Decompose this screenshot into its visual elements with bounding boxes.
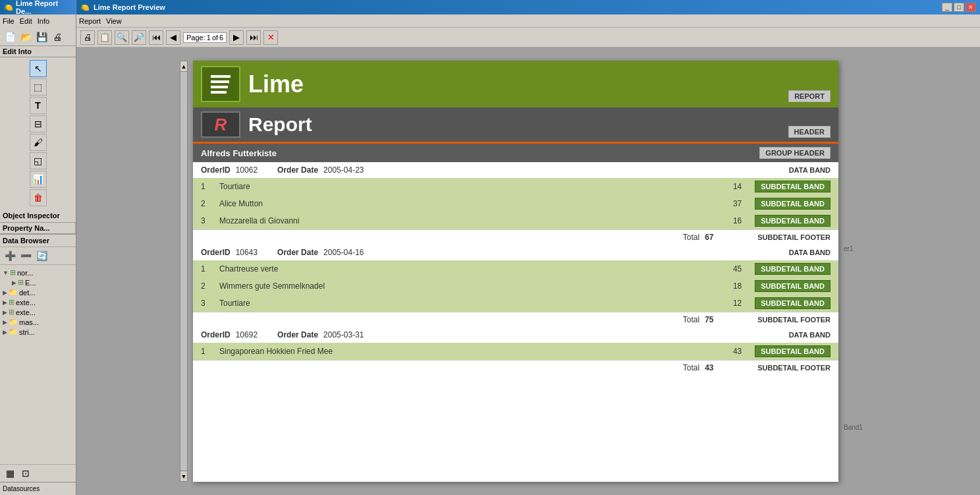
prev-page-btn[interactable]: ◀ xyxy=(166,30,180,45)
subdetail-band-label-0-2: SUBDETAIL BAND xyxy=(755,215,830,227)
preview-close-btn[interactable]: ✕ xyxy=(966,3,976,12)
subdetail-footer-1: Total 75 SUBDETAIL FOOTER xyxy=(193,312,838,327)
annotation-er1: er1 xyxy=(844,245,877,252)
left-bottom-toolbar: ▦ ⊡ xyxy=(0,464,76,482)
next-page-btn[interactable]: ▶ xyxy=(229,30,244,45)
preview-window-controls: _ □ ✕ xyxy=(942,3,976,12)
zoom-in-btn[interactable]: 🔎 xyxy=(132,30,146,45)
subdetail-qty-1-2: 12 xyxy=(702,299,742,308)
menu-file[interactable]: File xyxy=(3,17,14,25)
tree-item-6[interactable]: ▶ 📁 stri... xyxy=(3,327,73,337)
db-refresh-btn[interactable]: 🔄 xyxy=(34,248,49,263)
preview-toolbar: 🖨 📋 🔍 🔎 ⏮ ◀ Page: 1 of 6 ▶ ⏭ ✕ xyxy=(76,28,980,47)
save-button[interactable]: 💾 xyxy=(34,30,49,44)
scroll-up-btn[interactable]: ▲ xyxy=(180,61,187,72)
object-inspector-header: Object Inspector xyxy=(0,209,76,223)
subdetail-qty-0-1: 37 xyxy=(702,199,742,208)
preview-button[interactable]: 🖨 xyxy=(50,30,65,44)
subdetail-row-1-2: 3 Tourtiare 12 SUBDETAIL BAND xyxy=(193,295,838,312)
tree-arrow: ▶ xyxy=(3,319,7,326)
subdetail-qty-1-0: 45 xyxy=(702,264,742,274)
delete-tool[interactable]: 🗑 xyxy=(30,189,47,206)
data-band-label-0: DATA BAND xyxy=(789,166,830,174)
close-preview-btn[interactable]: ✕ xyxy=(263,30,278,45)
footer-total-1: 75 xyxy=(705,315,744,324)
scroll-down-btn[interactable]: ▼ xyxy=(180,471,187,481)
subdetail-name-1-2: Tourtiare xyxy=(214,299,702,308)
tree-icon-4: ⊞ xyxy=(9,308,14,316)
order-id-2: 10692 xyxy=(236,330,258,339)
print2-btn[interactable]: 📋 xyxy=(97,30,112,45)
order-date-0: 2005-04-23 xyxy=(323,165,364,175)
subdetail-qty-0-2: 16 xyxy=(702,216,742,225)
preview-menu-view[interactable]: View xyxy=(106,17,122,25)
shape-tool[interactable]: ◱ xyxy=(30,152,47,169)
menu-info[interactable]: Info xyxy=(38,17,49,25)
preview-minimize-btn[interactable]: _ xyxy=(942,3,952,12)
lime-icon: 🍋 xyxy=(4,3,13,12)
group-header-band: Alfreds Futterkiste GROUP HEADER xyxy=(193,144,838,162)
report-sublogo: R xyxy=(201,111,240,138)
footer-label-2: Total xyxy=(201,363,705,372)
menu-edit[interactable]: Edit xyxy=(20,17,32,25)
subdetail-name-0-2: Mozzarella di Giovanni xyxy=(214,216,702,225)
order-id-0: 10062 xyxy=(236,165,258,175)
subdetail-row-0-0: 1 Tourtiare 14 SUBDETAIL BAND xyxy=(193,178,838,195)
subdetail-footer-0: Total 67 SUBDETAIL FOOTER xyxy=(193,229,838,245)
cursor-tool[interactable]: ↖ xyxy=(30,60,47,77)
open-button[interactable]: 📂 xyxy=(18,30,33,44)
group-header-band-label: GROUP HEADER xyxy=(759,147,830,159)
tree-icon-1: ⊞ xyxy=(18,278,24,287)
tree-item-3[interactable]: ▶ ⊞ exte... xyxy=(3,297,73,307)
chart-tool[interactable]: 📊 xyxy=(30,171,47,188)
tree-item-4[interactable]: ▶ ⊞ exte... xyxy=(3,307,73,317)
tree-icon-5: 📁 xyxy=(9,318,18,326)
logo-line-4 xyxy=(211,91,227,94)
data-band-0: OrderID 10062 Order Date 2005-04-23 DATA… xyxy=(193,162,838,178)
zoom-out-btn[interactable]: 🔍 xyxy=(115,30,129,45)
order-id-label-0: OrderID xyxy=(201,165,231,175)
subdetail-band-label-1-1: SUBDETAIL BAND xyxy=(755,280,830,292)
footer-label-0: Total xyxy=(201,233,705,242)
bottom-btn-2[interactable]: ⊡ xyxy=(18,466,33,480)
paint-tool[interactable]: 🖌 xyxy=(30,134,47,151)
db-add-btn[interactable]: ➕ xyxy=(3,248,17,263)
subdetail-row-1-1: 2 Wimmers gute Semmelknadel 18 SUBDETAIL… xyxy=(193,277,838,295)
preview-title-content: 🍋 Lime Report Preview xyxy=(80,3,165,12)
tree-item-2[interactable]: ▶ 📁 det... xyxy=(3,287,73,297)
text-tool[interactable]: T xyxy=(30,97,47,114)
tree-arrow: ▶ xyxy=(3,309,7,316)
subdetail-band-label-2-0: SUBDETAIL BAND xyxy=(755,345,830,357)
new-button[interactable]: 📄 xyxy=(3,30,17,44)
tree-item-1[interactable]: ▶ ⊞ E... xyxy=(3,277,73,287)
page-separator: of xyxy=(212,34,218,42)
tree-item-5[interactable]: ▶ 📁 mas... xyxy=(3,317,73,327)
first-page-btn[interactable]: ⏮ xyxy=(149,30,163,45)
order-date-label-0: Order Date xyxy=(277,165,318,175)
annotation-band1: Band1 xyxy=(844,424,877,431)
subdetail-name-1-1: Wimmers gute Semmelknadel xyxy=(214,281,702,291)
right-annotations: er1 Band1 xyxy=(844,61,877,482)
subdetail-num-0-1: 2 xyxy=(201,199,214,208)
footer-band-label-2: SUBDETAIL FOOTER xyxy=(757,364,830,372)
tree-icon-3: ⊞ xyxy=(9,298,14,306)
bottom-btn-1[interactable]: ▦ xyxy=(3,466,17,480)
preview-content-area[interactable]: ▲ ▼ xyxy=(76,47,980,495)
logo-lines xyxy=(211,75,231,94)
report-logo xyxy=(201,66,240,102)
preview-menu-report[interactable]: Report xyxy=(79,17,101,25)
barcode-tool[interactable]: ⊟ xyxy=(30,115,47,132)
designer-title-text: Lime Report De... xyxy=(16,0,72,15)
print-btn[interactable]: 🖨 xyxy=(80,30,95,45)
tree-icon-db: ⊞ xyxy=(10,268,16,277)
tree-item-0[interactable]: ▼ ⊞ nor... xyxy=(3,268,73,277)
preview-maximize-btn[interactable]: □ xyxy=(954,3,964,12)
tree-arrow: ▶ xyxy=(3,289,7,296)
group-header-text: Alfreds Futterkiste xyxy=(201,148,759,158)
data-band-1: OrderID 10643 Order Date 2005-04-16 DATA… xyxy=(193,245,838,260)
design-tools: ↖ ⬚ T ⊟ 🖌 ◱ 📊 🗑 xyxy=(0,57,76,209)
select-tool[interactable]: ⬚ xyxy=(30,78,47,96)
db-remove-btn[interactable]: ➖ xyxy=(18,248,33,263)
last-page-btn[interactable]: ⏭ xyxy=(246,30,261,45)
order-id-1: 10643 xyxy=(236,248,258,257)
